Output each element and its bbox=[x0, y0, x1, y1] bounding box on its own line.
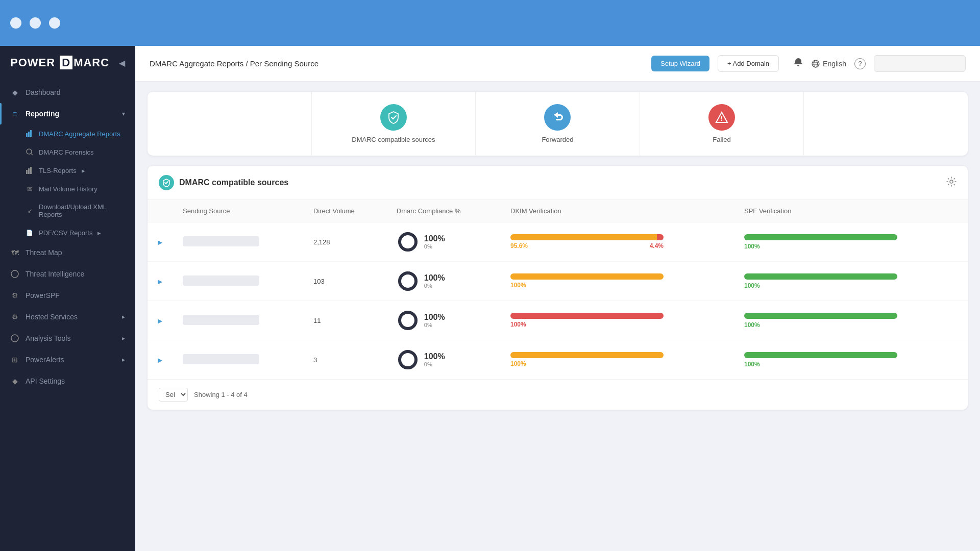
col-sending-source: Sending Source bbox=[173, 200, 303, 222]
main-header: DMARC Aggregate Reports / Per Sending So… bbox=[135, 46, 980, 82]
notification-bell-icon[interactable] bbox=[793, 57, 803, 70]
svg-rect-6 bbox=[28, 168, 30, 174]
dkim-red-label: 100% bbox=[510, 321, 526, 328]
pdf-csv-label: PDF/CSV Reports bbox=[39, 229, 92, 237]
donut-chart bbox=[397, 270, 419, 292]
spf-green-bar bbox=[744, 234, 897, 240]
sidebar-item-dashboard[interactable]: ◆ Dashboard bbox=[0, 82, 135, 103]
compliance-sub: 0% bbox=[424, 361, 445, 367]
spf-cell: 100% bbox=[734, 262, 968, 301]
tls-arrow-icon: ▸ bbox=[82, 167, 85, 174]
row-expand-button[interactable]: ▶ bbox=[158, 317, 162, 324]
dkim-bar: 100% bbox=[510, 352, 724, 367]
search-input[interactable] bbox=[874, 55, 966, 72]
diamond-icon: ◆ bbox=[10, 88, 19, 97]
svg-rect-5 bbox=[26, 170, 28, 174]
breadcrumb: DMARC Aggregate Reports / Per Sending So… bbox=[150, 59, 643, 68]
svg-point-10 bbox=[812, 60, 819, 67]
map-icon: 🗺 bbox=[10, 248, 19, 257]
rows-per-page-select[interactable]: Sel 10 25 50 bbox=[159, 388, 188, 402]
sidebar-item-api-settings[interactable]: ◆ API Settings bbox=[0, 370, 135, 392]
svg-text:!: ! bbox=[721, 115, 723, 122]
bar-chart-icon bbox=[26, 130, 34, 138]
table-settings-icon[interactable] bbox=[946, 177, 957, 189]
source-name bbox=[183, 276, 259, 286]
sidebar-item-analysis-tools-label: Analysis Tools bbox=[26, 334, 70, 342]
sidebar-item-tls-reports[interactable]: TLS-Reports ▸ bbox=[0, 161, 135, 180]
svg-rect-2 bbox=[30, 130, 32, 137]
header-actions: English ? bbox=[793, 55, 966, 72]
svg-line-4 bbox=[31, 154, 33, 155]
summary-card-failed[interactable]: ! Failed bbox=[640, 92, 804, 156]
help-icon[interactable]: ? bbox=[854, 58, 866, 69]
sidebar-item-analysis-tools[interactable]: Analysis Tools ▸ bbox=[0, 328, 135, 349]
row-expand-button[interactable]: ▶ bbox=[158, 357, 162, 364]
sidebar-item-reporting[interactable]: ≡ Reporting ▾ bbox=[0, 103, 135, 124]
table-body: ▶2,128 100% 0% 95.6% 4.4% bbox=[148, 222, 968, 380]
sidebar-item-download-xml[interactable]: ↙ Download/Upload XML Reports bbox=[0, 198, 135, 223]
source-name bbox=[183, 236, 259, 246]
dkim-bar: 100% bbox=[510, 273, 724, 289]
spf-cell: 100% bbox=[734, 301, 968, 340]
sidebar-collapse-button[interactable]: ◀ bbox=[119, 58, 125, 68]
spf-green-bar bbox=[744, 273, 897, 280]
table-header: Sending Source Direct Volume Dmarc Compl… bbox=[148, 200, 968, 222]
sidebar-item-hosted-services[interactable]: ⚙ Hosted Services ▸ bbox=[0, 306, 135, 328]
summary-card-dmarc-compatible[interactable]: DMARC compatible sources bbox=[312, 92, 476, 156]
col-direct-volume: Direct Volume bbox=[303, 200, 386, 222]
table-title: DMARC compatible sources bbox=[159, 175, 288, 190]
dot-1 bbox=[10, 17, 21, 29]
donut-chart bbox=[397, 348, 419, 371]
sidebar: POWER DMARC ◀ ◆ Dashboard ≡ Reporting ▾ … bbox=[0, 46, 135, 551]
hosted-arrow-icon: ▸ bbox=[122, 313, 125, 320]
spf-bar: 100% bbox=[744, 273, 958, 289]
sidebar-item-dmarc-forensics[interactable]: DMARC Forensics bbox=[0, 143, 135, 161]
chevron-down-icon: ▾ bbox=[122, 110, 125, 117]
svg-point-22 bbox=[400, 312, 416, 329]
sidebar-item-threat-map[interactable]: 🗺 Threat Map bbox=[0, 242, 135, 263]
compliance-cell: 100% 0% bbox=[386, 340, 500, 380]
dkim-red-segment bbox=[657, 234, 664, 240]
sidebar-item-power-spf[interactable]: ⚙ PowerSPF bbox=[0, 285, 135, 306]
sidebar-item-reporting-label: Reporting bbox=[26, 110, 59, 118]
forwarded-icon bbox=[544, 104, 571, 131]
analysis-icon bbox=[10, 334, 19, 343]
failed-label: Failed bbox=[713, 136, 730, 143]
mail-icon: ✉ bbox=[26, 185, 34, 193]
threat-intel-icon bbox=[10, 269, 19, 279]
add-domain-button[interactable]: + Add Domain bbox=[718, 55, 779, 72]
table-row: ▶3 100% 0% 100% 100% bbox=[148, 340, 968, 380]
dmarc-aggregate-label: DMARC Aggregate Reports bbox=[39, 130, 120, 138]
compliance-cell: 100% 0% bbox=[386, 262, 500, 301]
dkim-cell: 100% bbox=[500, 262, 734, 301]
row-expand-button[interactable]: ▶ bbox=[158, 278, 162, 285]
row-expand-button[interactable]: ▶ bbox=[158, 239, 162, 246]
setup-wizard-button[interactable]: Setup Wizard bbox=[651, 56, 709, 71]
app-layout: POWER DMARC ◀ ◆ Dashboard ≡ Reporting ▾ … bbox=[0, 46, 980, 551]
spf-cell: 100% bbox=[734, 340, 968, 380]
sidebar-item-power-alerts[interactable]: ⊞ PowerAlerts ▸ bbox=[0, 349, 135, 370]
logo-text: POWER DMARC bbox=[10, 56, 109, 69]
summary-card-forwarded[interactable]: Forwarded bbox=[476, 92, 640, 156]
language-selector[interactable]: English bbox=[812, 60, 846, 68]
language-label: English bbox=[823, 60, 846, 68]
dkim-orange-segment bbox=[510, 273, 664, 280]
sidebar-item-api-settings-label: API Settings bbox=[26, 377, 65, 385]
spf-label: 100% bbox=[744, 282, 760, 289]
forensics-icon bbox=[26, 148, 34, 156]
sidebar-item-dmarc-aggregate[interactable]: DMARC Aggregate Reports bbox=[0, 124, 135, 143]
sidebar-item-mail-volume[interactable]: ✉ Mail Volume History bbox=[0, 180, 135, 198]
dkim-orange-label: 100% bbox=[510, 282, 526, 289]
dot-3 bbox=[49, 17, 60, 29]
sidebar-logo: POWER DMARC ◀ bbox=[0, 56, 135, 82]
dkim-cell: 100% bbox=[500, 340, 734, 380]
sidebar-item-threat-intelligence[interactable]: Threat Intelligence bbox=[0, 263, 135, 285]
sidebar-item-power-spf-label: PowerSPF bbox=[26, 291, 60, 299]
compliance-cell: 100% 0% bbox=[386, 222, 500, 262]
spf-label: 100% bbox=[744, 361, 760, 368]
sidebar-item-pdf-csv[interactable]: 📄 PDF/CSV Reports ▸ bbox=[0, 223, 135, 242]
alerts-arrow-icon: ▸ bbox=[122, 356, 125, 363]
titlebar bbox=[0, 0, 980, 46]
active-indicator bbox=[0, 103, 2, 124]
direct-volume-cell: 3 bbox=[303, 340, 386, 380]
